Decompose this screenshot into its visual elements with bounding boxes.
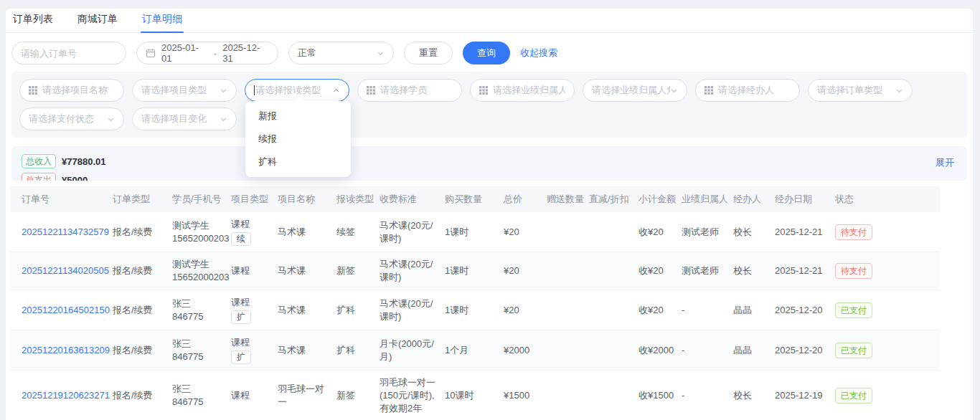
- cell-fee-standard: 羽毛球一对一(150元/课时),有效期2年: [377, 371, 443, 420]
- cell-total-price: ¥2000: [501, 330, 545, 371]
- cell-subtotal: 收¥20: [636, 252, 679, 290]
- filter-pay-status[interactable]: 请选择支付状态: [19, 108, 124, 130]
- table-row: 20251221134732579 报名/续费 测试学生15652000203 …: [10, 212, 940, 252]
- cell-handle-date: 2025-12-20: [773, 290, 833, 330]
- cell-enroll-type: 扩科: [334, 330, 377, 371]
- cell-performance-owner: -: [679, 330, 731, 371]
- order-no-link[interactable]: 20251219120623271: [22, 390, 110, 401]
- grid-icon: [705, 86, 713, 95]
- col-header-project-type: 项目类型: [229, 186, 275, 212]
- order-no-input[interactable]: [11, 42, 126, 65]
- filter-placeholder: 请选择学员: [380, 84, 453, 97]
- filter-project-change[interactable]: 请选择项目变化: [132, 108, 237, 130]
- cell-order-no: 20251220163613209: [10, 330, 110, 371]
- cell-total-price: ¥20: [501, 290, 545, 330]
- filter-order-type[interactable]: 请选择订单类型: [808, 79, 913, 102]
- cell-order-type: 报名/续费: [110, 330, 170, 371]
- cell-project-name: 马术课: [275, 252, 334, 290]
- col-header-handler: 经办人: [731, 186, 773, 212]
- filter-placeholder: 请选择订单类型: [817, 84, 895, 97]
- filter-placeholder: 请选择业绩归属人: [493, 84, 565, 97]
- filter-placeholder: 请选择项目类型: [141, 84, 220, 97]
- order-no-link[interactable]: 20251220163613209: [22, 345, 110, 355]
- cell-performance-owner: 测试老师: [679, 212, 731, 252]
- filter-placeholder: 请选择业绩归属人角色: [592, 84, 670, 97]
- col-header-order-no: 订单号: [10, 186, 110, 212]
- col-header-status: 状态: [833, 186, 940, 212]
- query-button[interactable]: 查询: [463, 42, 510, 65]
- cell-discount: [587, 212, 636, 252]
- tab-bar: 订单列表 商城订单 订单明细: [6, 9, 973, 33]
- grid-icon: [479, 86, 488, 95]
- summary-bar: 总收入 ¥77880.01 总支出 ¥5000 展开: [11, 146, 967, 181]
- cell-subtotal: 收¥20: [636, 212, 679, 252]
- chevron-down-icon: [220, 87, 227, 95]
- chevron-down-icon: [670, 87, 678, 95]
- total-income-badge: 总收入: [22, 154, 56, 168]
- collapse-search-link[interactable]: 收起搜索: [520, 47, 557, 59]
- total-expense-value: ¥5000: [62, 175, 88, 181]
- filter-performance-owner-role[interactable]: 请选择业绩归属人角色: [583, 79, 687, 102]
- cell-project-name: 马术课: [275, 290, 334, 330]
- cell-buy-qty: 1课时: [443, 212, 501, 252]
- cell-fee-standard: 马术课(20元/课时): [377, 252, 443, 290]
- tab-order-list[interactable]: 订单列表: [11, 9, 55, 32]
- cell-order-type: 报名/续费: [110, 290, 170, 330]
- cell-project-type: 课程扩: [229, 330, 275, 371]
- date-range-picker[interactable]: 2025-01-01 - 2025-12-31: [136, 42, 278, 65]
- cell-gift-qty: [545, 371, 587, 420]
- filter-project-name[interactable]: 请选择项目名称: [19, 79, 124, 102]
- col-header-order-type: 订单类型: [110, 186, 170, 212]
- cell-total-price: ¥1500: [501, 371, 545, 420]
- cell-fee-standard: 马术课(20元/课时): [377, 290, 443, 330]
- filter-placeholder: 请选择经办人: [718, 84, 791, 97]
- status-badge: 已支付: [835, 302, 872, 318]
- status-badge: 待支付: [835, 263, 872, 279]
- cell-buy-qty: 1个月: [443, 330, 501, 371]
- date-separator: -: [214, 48, 217, 59]
- reset-button[interactable]: 重置: [404, 42, 453, 65]
- tab-mall-orders[interactable]: 商城订单: [76, 9, 119, 32]
- col-header-gift-qty: 赠送数量: [545, 186, 587, 212]
- cell-order-type: 报名/续费: [110, 252, 170, 290]
- project-type-tag: 扩: [231, 310, 251, 324]
- table-row: 20251220163613209 报名/续费 张三846775 课程扩 马术课…: [10, 330, 940, 371]
- col-header-total-price: 总价: [501, 186, 545, 212]
- cell-subtotal: 收¥2000: [636, 330, 679, 371]
- order-no-link[interactable]: 20251221134732579: [22, 226, 109, 237]
- cell-enroll-type: 续签: [334, 212, 377, 252]
- expand-link[interactable]: 展开: [936, 156, 954, 169]
- cell-enroll-type: 新签: [334, 252, 377, 290]
- cell-project-name: 羽毛球一对一: [275, 371, 334, 420]
- cell-total-price: ¥20: [501, 252, 545, 290]
- filter-project-type[interactable]: 请选择项目类型: [132, 79, 237, 102]
- cell-total-price: ¥20: [501, 212, 545, 252]
- chevron-down-icon: [377, 49, 385, 57]
- cell-student: 张三846775: [170, 290, 229, 330]
- order-no-link[interactable]: 20251220164502150: [22, 305, 110, 315]
- col-header-project-name: 项目名称: [275, 186, 334, 212]
- tab-order-detail[interactable]: 订单明细: [141, 9, 184, 32]
- date-start: 2025-01-01: [161, 42, 208, 64]
- cell-subtotal: 收¥1500: [636, 371, 679, 420]
- filter-student[interactable]: 请选择学员: [357, 79, 462, 102]
- cell-handle-date: 2025-12-21: [773, 212, 833, 252]
- record-status-select[interactable]: 正常: [288, 42, 394, 65]
- dropdown-option-xinbao[interactable]: 新报: [245, 105, 351, 128]
- order-no-link[interactable]: 20251221134020505: [22, 265, 109, 276]
- cell-fee-standard: 马术课(20元/课时): [377, 212, 443, 252]
- cell-performance-owner: -: [679, 290, 731, 330]
- filter-performance-owner[interactable]: 请选择业绩归属人: [470, 79, 575, 102]
- cell-order-no: 20251219120623271: [10, 371, 110, 420]
- dropdown-option-kuoke[interactable]: 扩科: [245, 151, 351, 173]
- filter-placeholder: 请选择项目名称: [42, 84, 115, 97]
- cell-enroll-type: 扩科: [334, 290, 377, 330]
- status-badge: 已支付: [835, 388, 872, 404]
- dropdown-option-xubao[interactable]: 续报: [245, 128, 351, 151]
- table-row: 20251219120623271 报名/续费 张三846775 课程 羽毛球一…: [10, 371, 940, 420]
- cell-project-type: 课程: [229, 252, 275, 290]
- chevron-down-icon: [107, 115, 115, 123]
- filter-handler[interactable]: 请选择经办人: [695, 79, 800, 102]
- col-header-student: 学员/手机号: [170, 186, 229, 212]
- cell-handle-date: 2025-12-19: [773, 371, 833, 420]
